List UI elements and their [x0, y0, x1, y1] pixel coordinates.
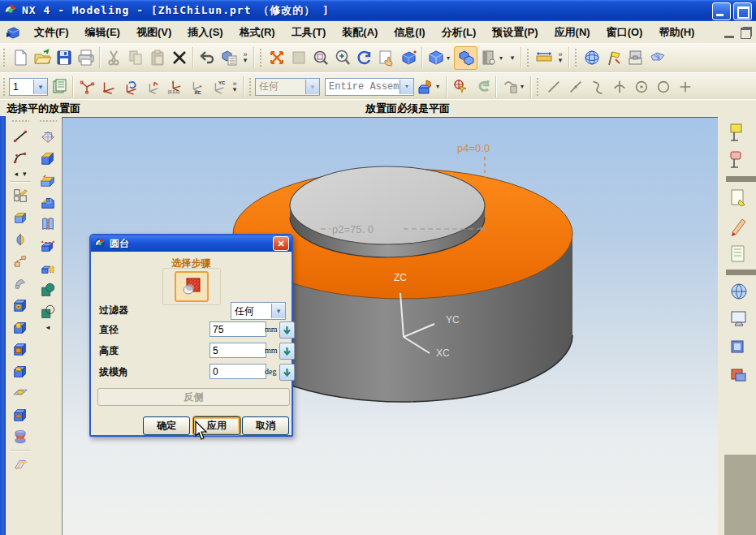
subtract-button[interactable] — [37, 300, 59, 322]
height-formula-button[interactable] — [279, 343, 295, 360]
hole-button[interactable] — [10, 294, 32, 316]
snap-point-button[interactable] — [674, 76, 696, 97]
extrude-button[interactable] — [10, 206, 32, 228]
red-widget-icon[interactable] — [729, 365, 750, 386]
snap-intersection-button[interactable] — [608, 76, 630, 97]
planar-feature-button[interactable] — [10, 382, 32, 403]
pocket-button[interactable] — [10, 338, 32, 360]
create-interpart-button[interactable] — [414, 76, 436, 97]
combo-arrow-icon[interactable]: ▾ — [271, 304, 285, 318]
measure-overflow-chevron[interactable]: »▾ — [555, 47, 566, 68]
filter-combo[interactable]: 任何 ▾ — [231, 302, 286, 320]
undo-button[interactable] — [196, 47, 218, 69]
menu-file[interactable]: 文件(F) — [26, 23, 77, 42]
snap-settings-dropdown[interactable]: ▾ — [521, 83, 528, 90]
menu-analysis[interactable]: 分析(L) — [434, 23, 485, 42]
work-layer-combo[interactable]: 1 ▾ — [9, 78, 48, 96]
wcs-yc-button[interactable]: YC — [207, 76, 229, 97]
taper-angle-formula-button[interactable] — [279, 364, 295, 381]
pan-view-button[interactable] — [375, 47, 397, 69]
zoom-region-button[interactable] — [309, 47, 331, 69]
menu-tools[interactable]: 工具(T) — [283, 23, 335, 42]
menu-information[interactable]: 信息(I) — [386, 23, 433, 42]
section-view-button[interactable] — [477, 47, 499, 69]
groove-button[interactable] — [10, 425, 32, 447]
trim-body-button[interactable] — [37, 235, 59, 257]
tube-button[interactable] — [10, 272, 32, 294]
shaded-display-dropdown[interactable]: ▾ — [447, 54, 454, 62]
monitor-icon[interactable] — [729, 309, 750, 330]
mdi-restore-button[interactable] — [741, 28, 751, 39]
sketch-button[interactable] — [10, 184, 32, 206]
open-file-button[interactable] — [31, 47, 53, 69]
menu-format[interactable]: 格式(R) — [231, 23, 283, 42]
mdi-minimize-button[interactable] — [724, 28, 734, 38]
snap-endpoint-button[interactable] — [542, 76, 564, 97]
toolbar-grip[interactable] — [2, 48, 6, 67]
toolbar-grip[interactable] — [259, 48, 263, 67]
combo-arrow-icon[interactable]: ▾ — [400, 80, 413, 94]
maximize-button[interactable] — [733, 2, 752, 20]
snap-point-settings-button[interactable] — [499, 76, 521, 97]
menu-edit[interactable]: 编辑(E) — [77, 23, 128, 42]
toolbar-overflow-chevron[interactable]: »▾ — [240, 47, 251, 68]
toolbar-more-chevron[interactable]: ▾ — [23, 170, 27, 178]
analysis-stamp-button[interactable] — [624, 47, 646, 69]
combo-arrow-icon[interactable]: ▾ — [33, 80, 47, 94]
snap-arc-center-button[interactable] — [630, 76, 652, 97]
arc-tool-button[interactable] — [10, 147, 32, 169]
wcs-overflow-chevron[interactable]: »▾ — [229, 76, 240, 97]
red-tag-icon[interactable] — [729, 150, 750, 171]
analysis-flag-button[interactable] — [603, 47, 624, 69]
minimize-button[interactable] — [712, 2, 731, 20]
pages-catalog-button[interactable] — [37, 213, 59, 235]
note-page2-icon[interactable] — [729, 244, 750, 265]
layer-settings-button[interactable] — [48, 76, 70, 97]
ok-button[interactable]: 确定 — [143, 416, 190, 435]
feature-playback-button[interactable] — [218, 47, 240, 69]
placement-face-step-button[interactable] — [175, 271, 209, 302]
wcs-orient-button[interactable] — [141, 76, 163, 97]
wcs-xc-button[interactable]: XC — [185, 76, 207, 97]
shaded-display-button[interactable] — [425, 47, 447, 69]
boss-button[interactable] — [10, 316, 32, 338]
unite-button[interactable] — [37, 278, 59, 300]
measure-distance-button[interactable] — [533, 47, 555, 69]
analysis-mesh-button[interactable] — [646, 47, 668, 69]
height-input[interactable] — [210, 343, 266, 358]
pad-button[interactable] — [10, 360, 32, 382]
delete-button[interactable] — [168, 47, 190, 69]
toolbar-grip[interactable] — [536, 77, 540, 97]
dialog-title-bar[interactable]: 圆台 ✕ — [91, 235, 292, 252]
toolbar-grip[interactable] — [11, 119, 29, 123]
line-tool-button[interactable] — [10, 125, 32, 147]
boss-cylinder[interactable] — [290, 166, 485, 257]
sweep-button[interactable] — [10, 250, 32, 272]
dialog-close-button[interactable]: ✕ — [273, 236, 289, 251]
zoom-in-out-button[interactable] — [331, 47, 353, 69]
blue-widget-icon[interactable] — [729, 337, 750, 358]
rotate-view-button[interactable] — [353, 47, 375, 69]
menu-assemblies[interactable]: 装配(A) — [334, 23, 386, 42]
menu-view[interactable]: 视图(V) — [128, 23, 179, 42]
new-file-button[interactable] — [9, 47, 31, 69]
toolbar-grip[interactable] — [574, 48, 578, 67]
toolbar-grip[interactable] — [39, 119, 57, 123]
wcs-rotate-button[interactable] — [119, 76, 141, 97]
print-button[interactable] — [75, 47, 97, 69]
fit-view-button[interactable] — [266, 47, 287, 69]
snap-tangent-button[interactable] — [586, 76, 608, 97]
analysis-sphere-button[interactable] — [581, 47, 603, 69]
snap-quadrant-button[interactable] — [652, 76, 674, 97]
menu-application[interactable]: 应用(N) — [546, 23, 598, 42]
taper-angle-input[interactable] — [210, 364, 266, 379]
extrude-body-button[interactable] — [37, 169, 59, 191]
diameter-input[interactable] — [210, 321, 266, 337]
annotate-pencil-icon[interactable] — [729, 216, 750, 237]
perspective-view-button[interactable] — [397, 47, 419, 69]
wcs-origin-button[interactable] — [97, 76, 119, 97]
wcs-set-origin-button[interactable]: (0,0,0) — [163, 76, 185, 97]
slot-button[interactable] — [10, 403, 32, 425]
toolbar-back-arrow[interactable]: ◂ — [14, 170, 18, 178]
toolbar-grip[interactable] — [2, 77, 6, 97]
